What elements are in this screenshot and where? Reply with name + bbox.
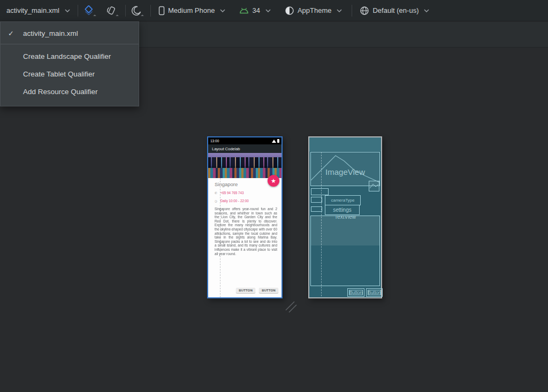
toolbar-separator: [150, 5, 151, 17]
menu-item-create-tablet-qualifier[interactable]: Create Tablet Qualifier: [1, 65, 139, 83]
wifi-icon: [272, 140, 276, 143]
image-placeholder-icon: [369, 181, 379, 191]
blueprint-cameratype-view[interactable]: cameraType: [325, 195, 361, 205]
contact-row: ✆ +65 94 765 743: [215, 191, 277, 195]
app-bar: Layout Codelab: [208, 144, 281, 153]
contact-value[interactable]: +65 94 765 743: [220, 191, 244, 195]
orientation-button[interactable]: [104, 3, 119, 18]
blueprint-button-inner-border: [368, 290, 381, 295]
card-button[interactable]: BUTTON: [259, 288, 278, 293]
checkmark-icon: ✓: [8, 29, 23, 37]
blueprint-textview[interactable]: TextView: [310, 216, 380, 286]
menu-item-label: activity_main.xml: [23, 29, 78, 37]
design-surface-icon: [83, 5, 94, 16]
theme-icon: [285, 6, 294, 16]
star-icon: ★: [271, 178, 276, 185]
phone-device-icon: [158, 6, 165, 16]
blueprint-icon-view[interactable]: [311, 206, 322, 212]
menu-divider: [1, 44, 139, 44]
singapore-skyline-image[interactable]: [208, 153, 281, 178]
menu-item-activity-main[interactable]: ✓ activity_main.xml: [1, 25, 139, 41]
dropdown-indicator: [116, 14, 119, 18]
clock-small-icon: ◷: [215, 199, 218, 203]
dropdown-indicator: [141, 14, 144, 18]
locale-selector[interactable]: Default (en-us): [355, 0, 433, 21]
contact-row: ◷ Daily 10:00 - 22:00: [215, 199, 277, 203]
status-bar: 13:00: [208, 137, 281, 144]
file-variant-selector[interactable]: activity_main.xml: [2, 0, 74, 21]
menu-item-add-resource-qualifier[interactable]: Add Resource Qualifier: [1, 83, 139, 101]
blueprint-button-inner-border: [349, 290, 363, 295]
favorite-fab-button[interactable]: ★: [268, 175, 279, 187]
chevron-down-icon: [337, 9, 342, 12]
blueprint-settings-label: settings: [333, 207, 351, 213]
design-view-preview[interactable]: 13:00 Layout Codelab ★ Singapore ✆ +65 9…: [207, 136, 283, 298]
chevron-down-icon: [424, 9, 429, 12]
blueprint-textview-label: TextView: [311, 216, 379, 220]
content-card: Singapore ✆ +65 94 765 743 ◷ Daily 10:00…: [208, 178, 281, 297]
phone-small-icon: ✆: [215, 191, 218, 195]
menu-item-label: Create Landscape Qualifier: [23, 52, 111, 60]
menu-item-label: Add Resource Qualifier: [23, 88, 98, 96]
chevron-down-icon: [265, 9, 271, 12]
menu-item-label: Create Tablet Qualifier: [23, 70, 95, 78]
toolbar-separator: [78, 5, 78, 17]
theme-selector[interactable]: AppTheme: [280, 0, 347, 21]
orientation-icon: [105, 5, 117, 17]
globe-icon: [360, 6, 369, 16]
skyline-buildings: [208, 157, 281, 168]
chevron-down-icon: [220, 9, 225, 12]
design-toolbar: activity_main.xml Medium Phone: [0, 0, 548, 21]
night-mode-icon: [131, 5, 142, 16]
theme-selector-label: AppTheme: [298, 6, 332, 14]
blueprint-icon-view[interactable]: [311, 197, 322, 203]
locale-selector-label: Default (en-us): [372, 6, 418, 14]
night-mode-button[interactable]: [129, 3, 144, 18]
blueprint-view-preview[interactable]: ImageView cameraType settings TextView B…: [308, 136, 382, 298]
blueprint-fab-placeholder[interactable]: [369, 181, 379, 191]
device-selector[interactable]: Medium Phone: [154, 0, 230, 21]
toolbar-separator: [125, 5, 126, 17]
blueprint-imageview-label: ImageView: [311, 167, 379, 176]
blueprint-cameratype-label: cameraType: [331, 198, 354, 203]
blueprint-title-textview[interactable]: [311, 188, 329, 195]
design-surface-selector-button[interactable]: [81, 3, 96, 18]
file-variant-dropdown-menu: ✓ activity_main.xml Create Landscape Qua…: [0, 21, 139, 106]
chevron-down-icon: [65, 9, 70, 12]
card-button-row: BUTTON BUTTON: [236, 288, 278, 293]
blueprint-button-1[interactable]: Button: [347, 288, 364, 297]
card-button[interactable]: BUTTON: [236, 288, 255, 293]
battery-icon: [277, 139, 279, 143]
description-text: Singapore offers year-round fun and 2 se…: [215, 207, 277, 256]
menu-item-create-landscape-qualifier[interactable]: Create Landscape Qualifier: [1, 48, 139, 65]
android-icon: [239, 7, 249, 14]
file-variant-label: activity_main.xml: [6, 6, 59, 14]
blueprint-textview-fill: [311, 216, 379, 245]
blueprint-settings-view[interactable]: settings: [325, 205, 360, 215]
contact-value[interactable]: Daily 10:00 - 22:00: [220, 199, 249, 203]
blueprint-button-2[interactable]: Button: [366, 288, 383, 297]
device-selector-label: Medium Phone: [168, 6, 215, 14]
api-level-selector[interactable]: 34: [235, 0, 275, 21]
dropdown-indicator: [93, 14, 96, 18]
api-level-label: 34: [252, 6, 260, 14]
preview-resize-handle[interactable]: [284, 299, 298, 313]
blueprint-app-bar: [309, 137, 381, 151]
status-bar-time: 13:00: [210, 139, 219, 143]
app-bar-title: Layout Codelab: [212, 147, 240, 151]
toolbar-separator: [352, 5, 352, 17]
